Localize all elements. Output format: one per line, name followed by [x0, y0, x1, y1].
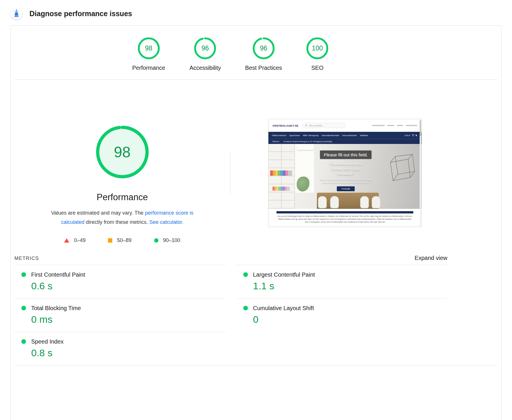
- cart-icon: [412, 134, 414, 137]
- site-nav-item: Ackumulatortank: [342, 134, 357, 136]
- metric-value: 0 ms: [14, 314, 226, 325]
- performance-summary: 98 Performance Values are estimated and …: [14, 80, 498, 250]
- site-logo: VENTBOLAGET.SE: [272, 124, 298, 127]
- site-nav-item: Fläktkonvektorer: [272, 134, 286, 136]
- legend-item-fail: 0–49: [64, 237, 85, 243]
- site-scrollbar: [420, 119, 421, 226]
- expand-view-link[interactable]: Expand view: [415, 255, 447, 261]
- metric-row-cumulative-layout-shift: Cumulative Layout Shift 0: [236, 298, 448, 332]
- chair-graphic: [360, 196, 369, 208]
- metrics-header: METRICS Expand view: [14, 253, 447, 261]
- legend-range: 0–49: [74, 237, 85, 243]
- metric-status-icon: [21, 339, 26, 344]
- metric-value: 0: [236, 314, 448, 325]
- hero-overlay: Please fill out this field. Fläktkonvekt…: [305, 150, 386, 191]
- chair-graphic: [330, 196, 339, 208]
- validation-tooltip: Please fill out this field.: [320, 150, 372, 159]
- metric-name: Total Blocking Time: [31, 305, 81, 312]
- metric-status-icon: [21, 272, 26, 277]
- site-hero: Please fill out this field. Fläktkonvekt…: [268, 144, 421, 209]
- best-practices-score-gauge: 96: [253, 37, 275, 59]
- performance-title: Performance: [14, 192, 230, 202]
- metric-value: 0.8 s: [14, 347, 226, 359]
- metric-name: First Contentful Paint: [31, 271, 85, 278]
- form-button: Formulär: [337, 186, 355, 191]
- bookshelf-graphic: [268, 144, 295, 209]
- performance-main-gauge: 98: [96, 125, 149, 179]
- metric-row-total-blocking-time: Total Blocking Time 0 ms: [14, 298, 226, 332]
- site-navbar: Fläktkonvektorer SpaceSaver NIBE Värmepu…: [268, 132, 421, 139]
- see-calculator-link[interactable]: See calculator.: [150, 219, 184, 225]
- metric-status-icon: [243, 272, 248, 277]
- description-text: Values are estimated and may vary. The: [51, 210, 145, 216]
- site-nav-item: SpaceSaver: [289, 134, 300, 136]
- top-link-placeholder: [406, 125, 417, 126]
- cart-total: 0,00 kr: [404, 134, 410, 136]
- performance-description: Values are estimated and may vary. The p…: [41, 208, 204, 227]
- score-value: 98: [138, 37, 160, 59]
- seo-score-gauge: 100: [306, 37, 328, 59]
- accessibility-score-gauge: 96: [194, 37, 216, 59]
- category-score-performance[interactable]: 98 Performance: [132, 37, 165, 71]
- score-label: Performance: [132, 65, 165, 71]
- performance-column: 98 Performance Values are estimated and …: [14, 80, 230, 243]
- ac-unit-graphic: [297, 146, 313, 150]
- books-graphic: [272, 187, 290, 191]
- category-score-accessibility[interactable]: 96 Accessibility: [189, 37, 221, 71]
- page-title: Diagnose performance issues: [29, 10, 132, 18]
- site-divider-strip: [276, 211, 413, 213]
- legend-range: 50–89: [117, 237, 131, 243]
- top-link-placeholder: [397, 125, 403, 126]
- top-link-placeholder: [372, 125, 385, 126]
- metric-empty-cell: [236, 332, 448, 365]
- legend-range: 90–100: [163, 237, 180, 243]
- final-screenshot-thumbnail[interactable]: VENTBOLAGET.SE Sök produkter ... Fläktko…: [268, 119, 422, 227]
- metric-row-first-contentful-paint: First Contentful Paint 0.6 s: [14, 265, 226, 298]
- spacer: [268, 209, 421, 211]
- site-nav-item: Takfläktar: [360, 134, 368, 136]
- score-label: Accessibility: [189, 65, 221, 71]
- cube-wireframe-graphic: [384, 151, 417, 189]
- divider: [14, 365, 498, 365]
- score-label: Best Practices: [245, 65, 282, 71]
- search-icon: [305, 124, 307, 127]
- site-top-links: [372, 125, 417, 126]
- site-nav-item: Varmvattenberedare: [322, 134, 339, 136]
- site-topbar: VENTBOLAGET.SE Sök produkter ...: [268, 119, 421, 132]
- orange-square-icon: [108, 238, 112, 243]
- red-triangle-icon: [64, 238, 69, 243]
- score-value: 96: [253, 37, 275, 59]
- metric-name: Cumulative Layout Shift: [253, 305, 314, 312]
- scrollbar-thumb: [420, 120, 421, 136]
- chair-graphic: [318, 196, 327, 208]
- metrics-title: METRICS: [14, 256, 39, 261]
- green-circle-icon: [154, 238, 158, 243]
- site-nav-item: NIBE Värmepump: [303, 134, 319, 136]
- score-value: 100: [306, 37, 328, 59]
- site-nav-item: Tillbehör: [272, 140, 279, 142]
- hero-text: Det kan vara svårt att veta vilken fläkt…: [318, 179, 373, 184]
- performance-score-gauge: 98: [138, 37, 160, 59]
- metric-value: 0.6 s: [14, 280, 226, 292]
- cursor-icon: [416, 134, 418, 137]
- chair-graphic: [372, 196, 380, 208]
- hero-title: Fläktkonvektor för värme och kyla i hemm…: [324, 162, 368, 177]
- site-cart: 0,00 kr: [404, 134, 418, 137]
- site-navbar-secondary: Tillbehör Kontakta info@ventbolaget.se f…: [268, 139, 421, 144]
- metric-value: 1.1 s: [236, 280, 448, 292]
- metric-name: Speed Index: [31, 338, 63, 345]
- metric-status-icon: [243, 306, 248, 310]
- metrics-grid: First Contentful Paint 0.6 s Largest Con…: [14, 265, 447, 365]
- lighthouse-icon: [10, 7, 23, 20]
- metrics-section: METRICS Expand view First Contentful Pai…: [14, 253, 447, 365]
- category-score-seo[interactable]: 100 SEO: [306, 37, 328, 71]
- metric-row-speed-index: Speed Index 0.8 s: [14, 332, 226, 365]
- site-contact-text: Kontakta info@ventbolaget.se för förfråg…: [283, 140, 332, 142]
- books-graphic: [270, 170, 292, 176]
- site-search-input: Sök produkter ...: [302, 123, 346, 128]
- metric-row-largest-contentful-paint: Largest Contentful Paint 1.1 s: [236, 265, 448, 298]
- score-legend: 0–49 50–89 90–100: [14, 237, 230, 243]
- legend-item-average: 50–89: [108, 237, 131, 243]
- category-score-best-practices[interactable]: 96 Best Practices: [245, 37, 282, 71]
- site-footer-text: Hos oss på Ventbolaget hittar du riktigt…: [268, 213, 421, 227]
